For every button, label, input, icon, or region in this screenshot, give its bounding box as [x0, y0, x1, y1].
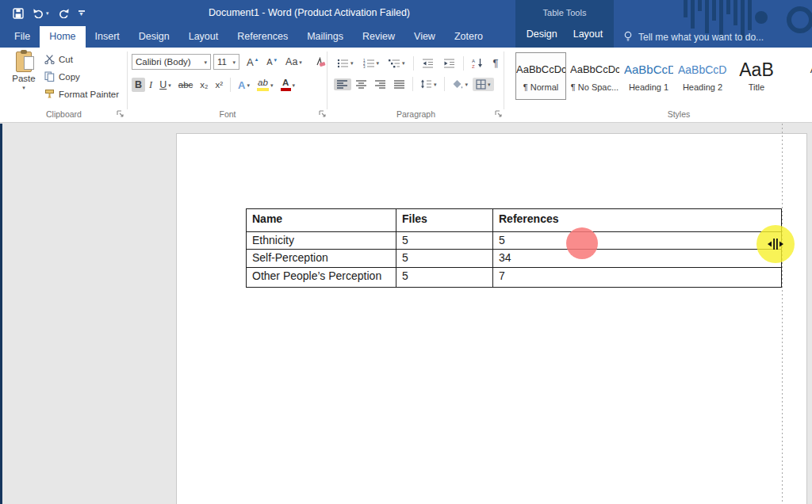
style-normal[interactable]: AaBbCcDc ¶ Normal: [515, 52, 566, 100]
font-color-button[interactable]: A ▾: [278, 77, 299, 93]
decrease-indent-button[interactable]: [419, 57, 437, 70]
text-highlight-button[interactable]: ab ▾: [254, 77, 277, 93]
tab-review[interactable]: Review: [353, 26, 404, 48]
shrink-font-button[interactable]: A▾: [263, 55, 280, 68]
table-tools-label: Table Tools: [515, 0, 614, 24]
tab-table-layout[interactable]: Layout: [569, 24, 608, 45]
paste-dropdown-caret[interactable]: ▾: [22, 85, 25, 90]
table-cell[interactable]: Ethnicity: [247, 232, 396, 250]
align-right-button[interactable]: [372, 78, 389, 90]
tab-table-design[interactable]: Design: [522, 24, 562, 45]
tab-mailings[interactable]: Mailings: [297, 26, 353, 48]
document-table[interactable]: Name Files References Ethnicity 5 5 Self…: [246, 208, 782, 288]
ribbon: Paste ▾ Cut Copy Format Painter Clipboar…: [0, 48, 812, 123]
subscript-button[interactable]: x₂: [197, 78, 211, 91]
show-paragraph-marks-button[interactable]: ¶: [490, 55, 502, 71]
table-header-cell[interactable]: Name: [247, 209, 396, 232]
table-cell[interactable]: Other People’s Perception: [247, 268, 396, 288]
bullet-list-icon: [337, 59, 349, 68]
style-subtitle[interactable]: AaB Su: [795, 52, 812, 100]
svg-text:A: A: [472, 59, 475, 63]
tell-me-box[interactable]: Tell me what you want to do...: [623, 26, 764, 48]
table-cell[interactable]: 5: [396, 250, 493, 268]
ribbon-tab-strip: File Home Insert Design Layout Reference…: [5, 26, 492, 48]
tab-references[interactable]: References: [228, 26, 297, 48]
font-name-combo[interactable]: Calibri (Body)▾: [132, 54, 211, 70]
clipboard-dialog-launcher-icon[interactable]: [116, 109, 124, 118]
tab-design[interactable]: Design: [129, 26, 179, 48]
numbered-list-icon: 123: [363, 59, 375, 68]
paste-icon: [16, 52, 32, 72]
document-workspace: Name Files References Ethnicity 5 5 Self…: [0, 124, 812, 504]
table-cell[interactable]: 5: [493, 232, 782, 250]
tell-me-text: Tell me what you want to do...: [638, 32, 764, 43]
word-application-window: { "app": { "title": "Document1 - Word (P…: [0, 0, 812, 504]
tab-home[interactable]: Home: [40, 26, 85, 48]
tab-insert[interactable]: Insert: [86, 26, 129, 48]
table-cell[interactable]: 7: [493, 268, 782, 288]
clipboard-group-label: Clipboard: [0, 109, 128, 119]
font-group-label: Font: [128, 109, 327, 119]
sort-button[interactable]: AZ: [469, 56, 487, 70]
grow-font-button[interactable]: A▴: [242, 55, 261, 70]
cursor-highlight[interactable]: [756, 225, 795, 263]
format-painter-button[interactable]: Format Painter: [44, 89, 119, 99]
bold-button[interactable]: B: [132, 78, 145, 92]
borders-button[interactable]: ▾: [473, 78, 494, 91]
justify-button[interactable]: [391, 78, 408, 90]
line-spacing-button[interactable]: ▾: [417, 78, 440, 90]
bullets-button[interactable]: ▾: [334, 57, 357, 70]
table-cell[interactable]: 5: [396, 268, 493, 288]
sort-icon: AZ: [472, 58, 484, 68]
paste-button[interactable]: Paste ▾: [6, 52, 41, 107]
table-header-cell[interactable]: Files: [396, 209, 493, 232]
change-case-button[interactable]: Aa▾: [282, 55, 305, 69]
table-cell[interactable]: Self-Perception: [247, 250, 396, 268]
align-left-button[interactable]: [334, 78, 351, 90]
superscript-button[interactable]: x²: [213, 78, 227, 91]
font-name-value: Calibri (Body): [136, 57, 191, 67]
justify-icon: [394, 80, 405, 89]
align-center-button[interactable]: [353, 78, 370, 90]
paragraph-dialog-launcher-icon[interactable]: [494, 109, 503, 118]
font-size-combo[interactable]: 11▾: [213, 54, 239, 70]
copy-button[interactable]: Copy: [44, 71, 80, 82]
tab-zotero[interactable]: Zotero: [445, 26, 492, 48]
paragraph-group: ▾ 123 ▾ ▾ AZ ¶: [327, 48, 504, 122]
style-heading-1[interactable]: AaBbCcDc Heading 1: [623, 52, 674, 100]
italic-button[interactable]: I: [146, 78, 155, 93]
table-cell[interactable]: 5: [396, 232, 493, 250]
multilevel-list-button[interactable]: ▾: [385, 57, 408, 70]
click-indicator: [566, 227, 598, 259]
table-row: Other People’s Perception 5 7: [247, 268, 782, 288]
styles-group-label: Styles: [568, 109, 790, 119]
document-page[interactable]: [176, 133, 807, 504]
table-row: Self-Perception 5 34: [247, 250, 782, 268]
style-heading-2[interactable]: AaBbCcDc Heading 2: [677, 52, 728, 100]
text-effects-button[interactable]: A▾: [235, 78, 253, 93]
tab-view[interactable]: View: [404, 26, 445, 48]
table-tools-contextual-group: Table Tools Design Layout: [515, 0, 614, 48]
tab-file[interactable]: File: [5, 26, 40, 48]
shading-button[interactable]: ▾: [449, 78, 472, 91]
lightbulb-icon: [623, 31, 633, 43]
strikethrough-button[interactable]: abc: [175, 78, 197, 91]
tab-layout[interactable]: Layout: [179, 26, 228, 48]
line-spacing-icon: [420, 79, 432, 89]
numbering-button[interactable]: 123 ▾: [360, 57, 383, 70]
align-right-icon: [375, 80, 386, 89]
column-resize-cursor-icon: [768, 239, 783, 250]
cut-button[interactable]: Cut: [44, 54, 73, 64]
svg-text:3: 3: [363, 65, 366, 68]
underline-button[interactable]: U▾: [156, 78, 174, 92]
clear-formatting-icon: [314, 57, 326, 67]
table-cell[interactable]: 34: [493, 250, 782, 268]
column-resize-guide-line: [782, 124, 783, 504]
increase-indent-button[interactable]: [440, 57, 458, 70]
svg-text:Z: Z: [472, 64, 475, 68]
window-left-edge: [0, 124, 2, 504]
font-dialog-launcher-icon[interactable]: [318, 109, 327, 118]
style-no-spacing[interactable]: AaBbCcDc ¶ No Spac...: [569, 52, 620, 100]
style-title[interactable]: AaB Title: [731, 52, 782, 100]
table-header-cell[interactable]: References: [493, 209, 782, 232]
